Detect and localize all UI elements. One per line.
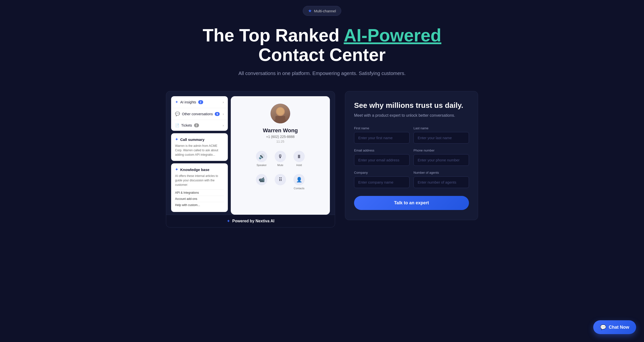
- speaker-btn[interactable]: 🔊 Speaker: [256, 151, 267, 167]
- powered-by-banner: ✦ Powered by Nextiva AI: [166, 215, 335, 227]
- svg-rect-3: [276, 116, 285, 123]
- caller-time: 11:25: [236, 140, 325, 143]
- powered-by-icon: ✦: [226, 218, 230, 224]
- hero-title-end: Contact Center: [258, 45, 386, 65]
- conversations-row[interactable]: 💬 Other conversations 9 ›: [171, 108, 228, 120]
- phone-group: Phone number: [414, 149, 469, 166]
- last-name-input[interactable]: [414, 132, 469, 144]
- caller-phone: +1 (602) 225-8888: [236, 135, 325, 139]
- name-row: First name Last name: [354, 126, 469, 144]
- insights-card: ✦ AI insights 2 › 💬 Other conversations …: [171, 96, 228, 131]
- video-btn[interactable]: 📹: [256, 174, 267, 190]
- contact-form: First name Last name Email address: [354, 126, 469, 210]
- tickets-row[interactable]: 📄 Tickets 2 ›: [171, 120, 228, 131]
- chat-now-button[interactable]: 💬 Chat Now: [593, 320, 636, 334]
- avatar-svg: [270, 104, 290, 123]
- tickets-label: Tickets: [181, 123, 192, 127]
- call-controls-top: 🔊 Speaker 🎙 Mute ⏸ Hold: [236, 151, 325, 167]
- knowledge-icon: ✦: [175, 167, 178, 172]
- ui-left-column: ✦ AI insights 2 › 💬 Other conversations …: [171, 96, 228, 215]
- agents-group: Number of agents: [414, 171, 469, 188]
- hero-section: The Top Ranked AI-Powered Contact Center…: [166, 26, 478, 76]
- knowledge-text: AI offers these internal articles to gui…: [175, 174, 224, 187]
- conversations-label: Other conversations: [182, 112, 213, 116]
- call-summary-title: ✦ Call summary: [175, 137, 224, 142]
- keypad-icon: ⠿: [275, 174, 286, 185]
- call-summary-text: Warren is the admin from ACME Corp. Warr…: [175, 144, 224, 157]
- first-name-label: First name: [354, 126, 410, 130]
- badge-label: Multi-channel: [314, 9, 336, 13]
- hero-subtitle: All conversations in one platform. Empow…: [236, 71, 408, 76]
- knowledge-item-2: Account add-ons: [175, 196, 224, 202]
- form-subheading: Meet with a product expert to unlock bet…: [354, 113, 469, 118]
- powered-by-text: Powered by Nextiva AI: [232, 219, 274, 223]
- ai-insights-label: AI insights: [180, 100, 196, 104]
- mute-icon: 🎙: [275, 151, 286, 162]
- keypad-btn[interactable]: ⠿: [275, 174, 286, 190]
- svg-point-2: [277, 108, 284, 115]
- tickets-arrow: ›: [223, 123, 224, 127]
- contacts-label: Contacts: [294, 187, 304, 190]
- contacts-icon: 👤: [294, 174, 305, 185]
- first-name-group: First name: [354, 126, 410, 144]
- conversations-arrow: ›: [223, 112, 224, 116]
- contacts-btn[interactable]: 👤 Contacts: [294, 174, 305, 190]
- hold-btn[interactable]: ⏸ Hold: [294, 151, 305, 167]
- hero-title-highlight: AI-Powered: [344, 26, 441, 45]
- conversations-left: 💬 Other conversations 9: [175, 112, 220, 116]
- tickets-badge: 2: [194, 123, 199, 127]
- agents-input[interactable]: [414, 176, 469, 188]
- video-icon: 📹: [256, 174, 267, 185]
- call-summary-card: ✦ Call summary Warren is the admin from …: [171, 133, 228, 161]
- main-content: ✦ AI insights 2 › 💬 Other conversations …: [166, 91, 478, 242]
- call-summary-label: Call summary: [180, 137, 204, 142]
- form-heading: See why millions trust us daily.: [354, 101, 469, 110]
- caller-name: Warren Wong: [236, 127, 325, 134]
- ui-inner: ✦ AI insights 2 › 💬 Other conversations …: [171, 96, 330, 215]
- conversations-badge: 9: [215, 112, 220, 116]
- knowledge-item-1: API & Integrations: [175, 189, 224, 196]
- company-label: Company: [354, 171, 410, 174]
- last-name-group: Last name: [414, 126, 469, 144]
- call-summary-icon: ✦: [175, 137, 178, 142]
- ai-insights-row[interactable]: ✦ AI insights 2 ›: [171, 96, 228, 108]
- first-name-input[interactable]: [354, 132, 410, 144]
- email-group: Email address: [354, 149, 410, 166]
- mute-label: Mute: [277, 164, 283, 167]
- speaker-icon: 🔊: [256, 151, 267, 162]
- chat-icon: 💬: [175, 112, 180, 116]
- knowledge-label: Knowledge base: [180, 168, 209, 172]
- last-name-label: Last name: [414, 126, 469, 130]
- ai-insights-arrow: ›: [223, 100, 224, 104]
- phone-label: Phone number: [414, 149, 469, 152]
- email-input[interactable]: [354, 154, 410, 166]
- email-label: Email address: [354, 149, 410, 152]
- contact-row: Email address Phone number: [354, 149, 469, 166]
- company-group: Company: [354, 171, 410, 188]
- chat-now-icon: 💬: [600, 324, 606, 330]
- knowledge-card: ✦ Knowledge base AI offers these interna…: [171, 163, 228, 212]
- phone-input[interactable]: [414, 154, 469, 166]
- company-input[interactable]: [354, 176, 410, 188]
- ai-insights-badge: 2: [198, 100, 203, 104]
- phone-ui-column: Warren Wong +1 (602) 225-8888 11:25 🔊 Sp…: [231, 96, 330, 215]
- tickets-left: 📄 Tickets 2: [175, 123, 199, 127]
- agents-label: Number of agents: [414, 171, 469, 174]
- star-icon: ★: [308, 8, 312, 14]
- talk-expert-button[interactable]: Talk to an expert: [354, 196, 469, 210]
- knowledge-item-3: Help with custom...: [175, 202, 224, 208]
- hero-title: The Top Ranked AI-Powered Contact Center: [166, 26, 478, 65]
- mute-btn[interactable]: 🎙 Mute: [275, 151, 286, 167]
- sparkle-icon: ✦: [175, 100, 178, 104]
- form-panel: See why millions trust us daily. Meet wi…: [345, 91, 478, 220]
- hero-title-start: The Top Ranked: [203, 26, 344, 45]
- hold-icon: ⏸: [294, 151, 305, 162]
- company-row: Company Number of agents: [354, 171, 469, 188]
- caller-avatar: [270, 104, 290, 123]
- call-controls-bottom: 📹 ⠿ 👤 Contacts: [236, 174, 325, 190]
- phone-ui: Warren Wong +1 (602) 225-8888 11:25 🔊 Sp…: [231, 96, 330, 215]
- ai-insights-left: ✦ AI insights 2: [175, 100, 203, 104]
- hold-label: Hold: [296, 164, 302, 167]
- ui-preview-panel: ✦ AI insights 2 › 💬 Other conversations …: [166, 91, 335, 227]
- speaker-label: Speaker: [257, 164, 267, 167]
